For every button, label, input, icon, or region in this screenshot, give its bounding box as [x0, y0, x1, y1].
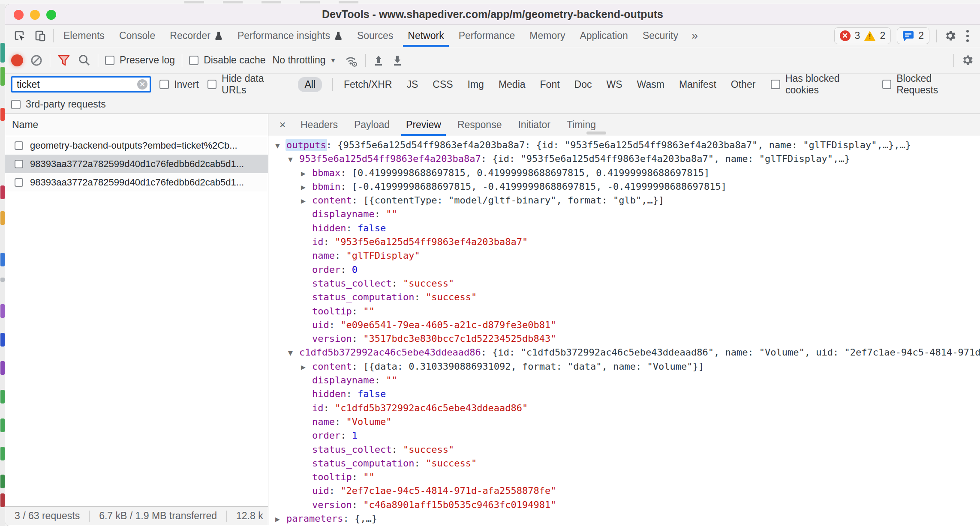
tab-console[interactable]: Console [112, 25, 162, 47]
disclosure-triangle-icon[interactable]: ▶ [301, 167, 312, 180]
json-line[interactable]: name: "glTFDisplay" [268, 249, 980, 263]
type-chip-wasm[interactable]: Wasm [636, 77, 665, 92]
json-line[interactable]: tooltip: "" [268, 470, 980, 484]
json-line[interactable]: ▶parameters: {,…} [268, 512, 980, 525]
table-row[interactable]: geometry-backend-outputs?embed=ticket%2C… [5, 136, 268, 155]
toggle-device-toolbar-icon[interactable] [30, 25, 51, 47]
type-chip-other[interactable]: Other [730, 77, 757, 92]
close-window-button[interactable] [14, 10, 24, 20]
json-line[interactable]: ▼outputs: {953f5e6a125d54ff9863ef4a203ba… [268, 138, 980, 152]
search-icon[interactable] [78, 54, 91, 67]
json-line[interactable]: status_computation: "success" [268, 457, 980, 470]
zoom-window-button[interactable] [46, 10, 56, 20]
name-column-header[interactable]: Name [5, 114, 268, 136]
type-chip-manifest[interactable]: Manifest [678, 77, 717, 92]
third-party-requests-checkbox[interactable]: 3rd-party requests [11, 99, 106, 110]
table-row[interactable]: 98393aa3772a782599d40d1c76fedbb6d2cab5d1… [5, 155, 268, 173]
hide-data-urls-checkbox[interactable]: Hide data URLs [207, 73, 290, 96]
more-tabs-chevron[interactable]: » [685, 25, 704, 47]
tab-network[interactable]: Network [400, 25, 451, 47]
json-line[interactable]: hidden: false [268, 221, 980, 235]
has-blocked-cookies-checkbox[interactable]: Has blocked cookies [771, 73, 873, 96]
json-line[interactable]: status_collect: "success" [268, 277, 980, 290]
disclosure-triangle-icon[interactable]: ▼ [288, 346, 299, 360]
detail-tab-initiator[interactable]: Initiator [510, 114, 558, 136]
type-chip-img[interactable]: Img [467, 77, 485, 92]
detail-tab-preview[interactable]: Preview [398, 114, 449, 136]
filter-input[interactable] [11, 76, 151, 93]
tab-application[interactable]: Application [572, 25, 635, 47]
json-line[interactable]: order: 0 [268, 263, 980, 277]
type-chip-doc[interactable]: Doc [574, 77, 593, 92]
detail-tab-payload[interactable]: Payload [346, 114, 398, 136]
inspect-element-icon[interactable] [9, 25, 30, 47]
json-line[interactable]: status_collect: "success" [268, 443, 980, 457]
row-checkbox[interactable] [15, 178, 23, 187]
json-line[interactable]: displayname: "" [268, 374, 980, 387]
invert-checkbox[interactable]: Invert [159, 79, 199, 90]
json-line[interactable]: tooltip: "" [268, 305, 980, 318]
json-line[interactable]: ▶bbmin: [-0.41999998688697815, -0.419999… [268, 180, 980, 194]
type-chip-media[interactable]: Media [498, 77, 526, 92]
json-line[interactable]: uid: "e09e6541-79ea-4605-a21c-d879fe3e0b… [268, 318, 980, 332]
minimize-window-button[interactable] [30, 10, 40, 20]
json-line[interactable]: id: "953f5e6a125d54ff9863ef4a203ba8a7" [268, 235, 980, 249]
tab-sources[interactable]: Sources [350, 25, 400, 47]
scrollbar-thumb[interactable] [586, 132, 606, 134]
json-line[interactable]: ▼953f5e6a125d54ff9863ef4a203ba8a7: {id: … [268, 152, 980, 166]
close-detail-icon[interactable]: × [273, 114, 292, 136]
json-line[interactable]: ▶bbmax: [0.41999998688697815, 0.41999998… [268, 166, 980, 180]
detail-tab-headers[interactable]: Headers [292, 114, 346, 136]
disable-cache-checkbox[interactable]: Disable cache [189, 54, 265, 66]
json-line[interactable]: name: "Volume" [268, 415, 980, 429]
tab-security[interactable]: Security [635, 25, 685, 47]
type-chip-css[interactable]: CSS [432, 77, 454, 92]
preserve-log-checkbox[interactable]: Preserve log [105, 54, 175, 66]
record-network-log-button[interactable] [11, 54, 23, 66]
tab-elements[interactable]: Elements [56, 25, 112, 47]
type-chip-ws[interactable]: WS [606, 77, 623, 92]
detail-tab-response[interactable]: Response [449, 114, 510, 136]
json-line[interactable]: order: 1 [268, 429, 980, 442]
clear-network-log-icon[interactable] [30, 54, 43, 67]
row-checkbox[interactable] [15, 160, 23, 168]
messages-badge[interactable]: 2 [897, 27, 929, 44]
json-line[interactable]: hidden: false [268, 387, 980, 401]
type-chip-js[interactable]: JS [406, 77, 419, 92]
type-chip-all[interactable]: All [298, 77, 322, 92]
row-checkbox[interactable] [15, 141, 23, 150]
json-line[interactable]: status_computation: "success" [268, 290, 980, 304]
filter-funnel-icon[interactable] [57, 54, 71, 67]
json-line[interactable]: ▶content: [{contentType: "model/gltf-bin… [268, 194, 980, 207]
json-line[interactable]: ▼c1dfd5b372992ac46c5ebe43ddeaad86: {id: … [268, 346, 980, 359]
export-har-icon[interactable] [391, 54, 403, 67]
tab-recorder[interactable]: Recorder [162, 25, 230, 47]
tab-memory[interactable]: Memory [522, 25, 572, 47]
disclosure-triangle-icon[interactable]: ▶ [301, 360, 312, 374]
disclosure-triangle-icon[interactable]: ▶ [275, 512, 286, 525]
clear-filter-icon[interactable]: ✕ [137, 79, 147, 90]
type-chip-font[interactable]: Font [539, 77, 561, 92]
json-line[interactable]: version: "3517bdc3e830bcc7c1d52234525db8… [268, 332, 980, 346]
import-har-icon[interactable] [373, 54, 385, 67]
json-line[interactable]: uid: "2ef7c1ae-94c5-4814-971d-afa2558878… [268, 484, 980, 498]
type-chip-fetch-xhr[interactable]: Fetch/XHR [343, 77, 393, 92]
json-line[interactable]: id: "c1dfd5b372992ac46c5ebe43ddeaad86" [268, 401, 980, 415]
disclosure-triangle-icon[interactable]: ▶ [301, 194, 312, 208]
json-line[interactable]: version: "c46a8901aff15b0535c9463fc01949… [268, 498, 980, 512]
json-line[interactable]: displayname: "" [268, 207, 980, 221]
network-conditions-icon[interactable] [343, 54, 358, 67]
disclosure-triangle-icon[interactable]: ▶ [301, 180, 312, 194]
disclosure-triangle-icon[interactable]: ▼ [288, 152, 299, 166]
issues-badge[interactable]: ✕ 3 ! 2 [834, 27, 891, 44]
blocked-requests-checkbox[interactable]: Blocked Requests [882, 73, 974, 96]
more-options-kebab-icon[interactable] [963, 30, 972, 42]
network-settings-gear-icon[interactable] [961, 54, 974, 67]
tab-performance-insights[interactable]: Performance insights [230, 25, 350, 47]
table-row[interactable]: 98393aa3772a782599d40d1c76fedbb6d2cab5d1… [5, 173, 268, 191]
disclosure-triangle-icon[interactable]: ▼ [275, 139, 286, 152]
tab-performance[interactable]: Performance [451, 25, 523, 47]
throttling-dropdown[interactable]: No throttling ▼ [273, 54, 337, 66]
json-line[interactable]: ▶content: [{data: 0.3103390886931092, fo… [268, 360, 980, 374]
settings-gear-icon[interactable] [944, 29, 957, 42]
